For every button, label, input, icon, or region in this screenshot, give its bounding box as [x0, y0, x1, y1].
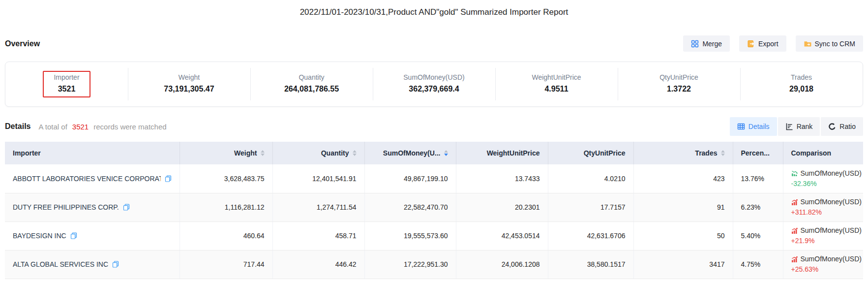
column-header-weight-unit-price: WeightUnitPrice [456, 142, 548, 164]
weight-unit-price-cell: 24,006.1208 [456, 250, 548, 279]
sync-folder-icon [804, 40, 811, 48]
matched-count: 3521 [72, 123, 89, 131]
trades-cell: 91 [633, 193, 733, 221]
sort-arrows-active-desc[interactable] [444, 150, 448, 156]
weight-unit-price-cell: 20.2301 [456, 193, 548, 221]
percent-cell: 5.40% [733, 221, 783, 250]
table-header: Importer Weight Quantity SumOfMoney(U...… [5, 142, 863, 164]
stat-weight-unit-price: WeightUnitPrice 4.9511 [495, 71, 618, 97]
sort-arrows[interactable] [261, 150, 265, 156]
tab-details[interactable]: Details [730, 117, 777, 136]
percent-cell: 4.75% [733, 250, 783, 279]
sum-of-money-cell: 19,555,573.60 [364, 221, 456, 250]
export-button-label: Export [758, 40, 778, 48]
column-header-weight[interactable]: Weight [180, 142, 272, 164]
weight-unit-price-cell: 42,453.0514 [456, 221, 548, 250]
trend-up-icon [791, 227, 798, 234]
weight-cell: 3,628,483.75 [180, 164, 272, 193]
trend-down-icon [791, 170, 798, 177]
weight-cell: 1,116,281.12 [180, 193, 272, 221]
qty-unit-price-cell: 42,631.6706 [548, 221, 633, 250]
stat-label: SumOfMoney(USD) [403, 73, 464, 81]
importer-name[interactable]: ALTA GLOBAL SERVICES INC [13, 260, 108, 268]
column-header-trades[interactable]: Trades [633, 142, 733, 164]
table-row: BAYDESIGN INC 460.64 458.71 19,555,573.6… [5, 221, 863, 250]
comparison-metric-label: SumOfMoney(USD) [801, 226, 862, 235]
stat-importer: Importer 3521 [5, 71, 128, 97]
table-row: ABBOTT LABORATORIES VENICE CORPORAT... 3… [5, 164, 863, 193]
stat-qty-unit-price: QtyUnitPrice 1.3722 [618, 71, 740, 97]
trend-up-icon [791, 199, 798, 206]
page-title: 2022/11/01-2023/10/31,Product AND"gold" … [0, 0, 868, 19]
sum-of-money-cell: 22,582,470.70 [364, 193, 456, 221]
copy-icon[interactable] [123, 204, 130, 211]
column-header-sum-of-money[interactable]: SumOfMoney(U... [364, 142, 456, 164]
view-tabs: Details Rank Ratio [730, 117, 863, 136]
comparison-metric-label: SumOfMoney(USD) [801, 254, 862, 264]
sort-arrows[interactable] [353, 150, 357, 156]
weight-cell: 460.64 [180, 221, 272, 250]
column-header-comparison: Comparison [783, 142, 863, 164]
importer-name[interactable]: ABBOTT LABORATORIES VENICE CORPORAT... [13, 175, 161, 183]
quantity-cell: 12,401,541.91 [272, 164, 364, 193]
sync-to-crm-button[interactable]: Sync to CRM [796, 35, 863, 52]
details-header: Details A total of3521records were match… [5, 117, 863, 136]
overview-stats-card: Importer 3521 Weight 73,191,305.47 Quant… [5, 62, 863, 107]
merge-button-label: Merge [702, 40, 722, 48]
export-button[interactable]: Export [739, 35, 786, 52]
trades-cell: 50 [633, 221, 733, 250]
copy-icon[interactable] [165, 175, 172, 182]
quantity-cell: 1,274,711.54 [272, 193, 364, 221]
summary-prefix: A total of [38, 123, 67, 131]
stat-sum-of-money: SumOfMoney(USD) 362,379,669.4 [373, 71, 495, 97]
importer-name[interactable]: BAYDESIGN INC [13, 232, 66, 240]
sort-arrows[interactable] [721, 150, 725, 156]
tab-rank-label: Rank [797, 123, 813, 130]
stat-value: 264,081,786.55 [284, 85, 339, 94]
stat-value: 29,018 [789, 85, 813, 94]
importer-cell: ABBOTT LABORATORIES VENICE CORPORAT... [5, 164, 180, 193]
comparison-cell: SumOfMoney(USD) +21.9% [783, 221, 863, 250]
tab-ratio[interactable]: Ratio [821, 117, 863, 136]
export-icon [747, 40, 755, 48]
stat-value: 362,379,669.4 [403, 85, 464, 94]
tab-rank[interactable]: Rank [778, 117, 820, 136]
weight-unit-price-cell: 13.7433 [456, 164, 548, 193]
details-heading: Details [5, 122, 30, 131]
sync-to-crm-button-label: Sync to CRM [815, 40, 855, 48]
merge-button[interactable]: Merge [683, 35, 730, 52]
table-body: ABBOTT LABORATORIES VENICE CORPORAT... 3… [5, 164, 863, 279]
stat-value: 73,191,305.47 [164, 85, 214, 94]
stat-label: Importer [54, 73, 79, 81]
comparison-cell: SumOfMoney(USD) -32.36% [783, 164, 863, 193]
stat-label: Quantity [284, 73, 339, 81]
table-grid-icon [737, 123, 745, 130]
stat-value: 3521 [54, 85, 79, 94]
overview-heading: Overview [5, 39, 40, 48]
stat-quantity: Quantity 264,081,786.55 [250, 71, 373, 97]
qty-unit-price-cell: 4.0210 [548, 164, 633, 193]
qty-unit-price-cell: 17.7157 [548, 193, 633, 221]
stat-label: WeightUnitPrice [532, 73, 581, 81]
copy-icon[interactable] [70, 232, 77, 239]
stat-label: QtyUnitPrice [659, 73, 698, 81]
qty-unit-price-cell: 38,580.1517 [548, 250, 633, 279]
stat-label: Weight [164, 73, 214, 81]
column-header-quantity[interactable]: Quantity [272, 142, 364, 164]
column-header-percent: Percen... [733, 142, 783, 164]
importer-name[interactable]: DUTY FREE PHILIPPINES CORP. [13, 203, 119, 211]
importer-cell: ALTA GLOBAL SERVICES INC [5, 250, 180, 279]
summary-suffix: records were matched [93, 123, 166, 131]
stat-trades: Trades 29,018 [740, 71, 863, 97]
trades-cell: 423 [633, 164, 733, 193]
trend-up-icon [791, 256, 798, 263]
importer-cell: DUTY FREE PHILIPPINES CORP. [5, 193, 180, 221]
percent-cell: 6.23% [733, 193, 783, 221]
importer-cell: BAYDESIGN INC [5, 221, 180, 250]
tab-ratio-label: Ratio [839, 123, 856, 130]
table-row: DUTY FREE PHILIPPINES CORP. 1,116,281.12… [5, 193, 863, 221]
trades-cell: 3417 [633, 250, 733, 279]
copy-icon[interactable] [112, 261, 119, 268]
overview-header: Overview Merge Export Sync to CRM [5, 35, 863, 52]
bar-chart-icon [785, 123, 793, 130]
